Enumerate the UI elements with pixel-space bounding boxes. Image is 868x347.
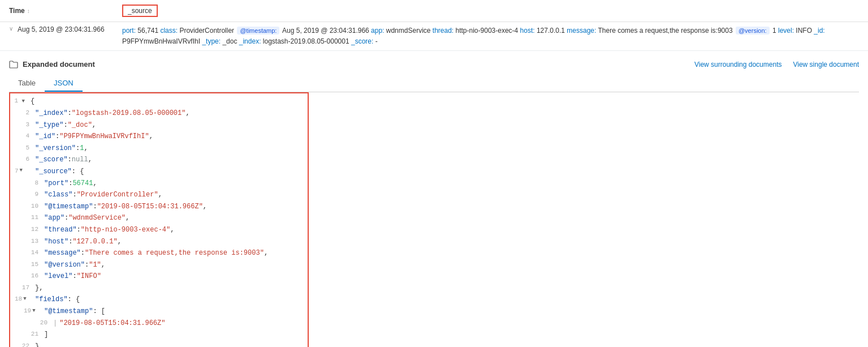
field-message-key: message: [567, 27, 596, 35]
json-line-20: 20 | "2019-08-05T15:04:31.966Z" [10, 318, 308, 329]
field-index-key: _index: [239, 37, 261, 45]
version-tag: @version: [736, 27, 770, 35]
expanded-title: Expanded document [9, 60, 95, 68]
field-level-key: level: [778, 27, 794, 35]
tab-json[interactable]: JSON [45, 75, 83, 92]
collapse-arrow-1[interactable]: ▼ [22, 98, 25, 104]
json-line-22: 22 }, [10, 341, 308, 347]
field-type-key: _type: [202, 37, 221, 45]
field-id-key: _id: [814, 27, 824, 35]
json-line-16: 16 "level": "INFO" [10, 271, 308, 282]
timestamp-tag: @timestamp: [237, 27, 279, 35]
json-line-3: 3 "_type": "_doc", [10, 119, 308, 131]
json-line-14: 14 "message": "There comes a request,the… [10, 247, 308, 259]
json-line-4: 4 "_id": "P9FPYmwBnHwaIVRvfIhI", [10, 131, 308, 143]
row-toggle-icon[interactable]: ∨ [9, 25, 13, 32]
collapse-arrow-18[interactable]: ▼ [23, 295, 26, 303]
json-line-13: 13 "host": "127.0.0.1", [10, 236, 308, 248]
json-line-10: 10 "@timestamp": "2019-08-05T15:04:31.96… [10, 201, 308, 213]
field-class-key: class: [160, 27, 178, 35]
expanded-section: Expanded document View surrounding docum… [0, 51, 868, 347]
tabs-row: Table JSON [9, 75, 859, 92]
json-viewer: 1 ▼ { 2 "_index": "logstash-2019.08.05-0… [9, 92, 309, 347]
collapse-arrow-7[interactable]: ▼ [20, 167, 23, 175]
time-column-header: Time ↕ [9, 7, 122, 15]
json-line-19: 19 ▼ "@timestamp": [ [10, 306, 308, 318]
row-source-content: port: 56,741 class: ProviderController @… [122, 25, 859, 47]
field-app-key: app: [371, 27, 384, 35]
json-line-7: 7 ▼ "_source": { [10, 166, 308, 178]
json-line-11: 11 "app": "wdnmdService", [10, 212, 308, 224]
json-line-2: 2 "_index": "logstash-2019.08.05-000001"… [10, 108, 308, 119]
json-line-18: 18 ▼ "fields": { [10, 294, 308, 306]
row-timestamp: Aug 5, 2019 @ 23:04:31.966 [18, 25, 122, 33]
folder-icon [9, 61, 18, 68]
collapse-arrow-19[interactable]: ▼ [32, 307, 35, 315]
json-line-6: 6 "_score": null, [10, 154, 308, 166]
field-host-key: host: [520, 27, 535, 35]
line-num-1: 1 ▼ [10, 96, 31, 106]
json-line-17: 17 }, [10, 282, 308, 294]
expanded-title-text: Expanded document [23, 60, 95, 68]
json-line-5: 5 "_version": 1, [10, 143, 308, 155]
json-line-8: 8 "port": 56741, [10, 178, 308, 190]
view-single-link[interactable]: View single document [793, 61, 859, 68]
time-label: Time [9, 7, 25, 15]
json-line-9: 9 "class": "ProviderController", [10, 189, 308, 201]
tab-table[interactable]: Table [9, 75, 45, 92]
expanded-links: View surrounding documents View single d… [694, 61, 859, 68]
view-surrounding-link[interactable]: View surrounding documents [694, 61, 782, 68]
expanded-header: Expanded document View surrounding docum… [9, 60, 859, 68]
json-line-21: 21 ] [10, 329, 308, 341]
json-line-15: 15 "@version": "1", [10, 259, 308, 271]
main-container: Time ↕ _source ∨ Aug 5, 2019 @ 23:04:31.… [0, 0, 868, 347]
field-port-key: port: [122, 27, 136, 35]
field-thread-key: thread: [433, 27, 454, 35]
field-score-key: _score: [351, 37, 373, 45]
log-row[interactable]: ∨ Aug 5, 2019 @ 23:04:31.966 port: 56,74… [0, 22, 868, 51]
table-header: Time ↕ _source [0, 0, 868, 22]
json-line-1: 1 ▼ { [10, 96, 308, 108]
source-column-header: _source [122, 5, 158, 17]
json-line-12: 12 "thread": "http-nio-9003-exec-4", [10, 224, 308, 236]
sort-icon: ↕ [27, 8, 30, 14]
